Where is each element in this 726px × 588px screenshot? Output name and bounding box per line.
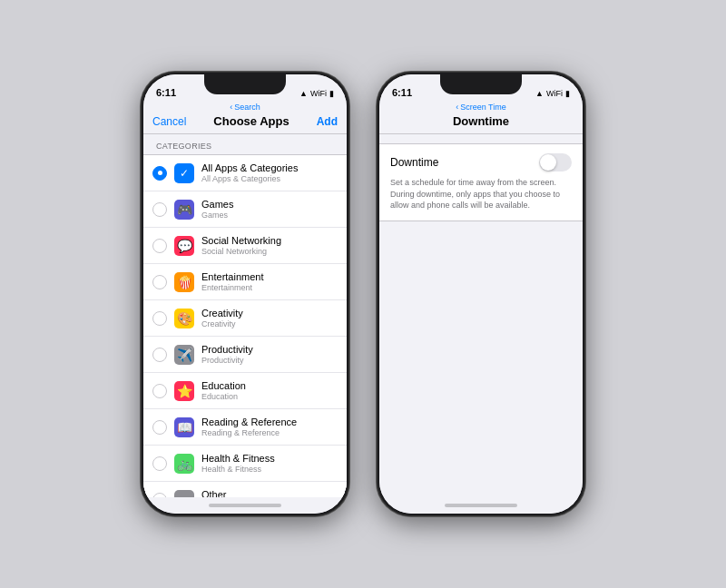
- list-item[interactable]: ✈️ Productivity Productivity: [143, 337, 347, 373]
- signal-icon: ▲: [299, 89, 308, 98]
- reading-name: Reading & Reference: [201, 416, 338, 428]
- categories-list: ✓ All Apps & Categories All Apps & Categ…: [143, 154, 347, 497]
- creativity-text: Creativity Creativity: [201, 307, 338, 329]
- entertainment-text: Entertainment Entertainment: [201, 270, 338, 293]
- productivity-text: Productivity Productivity: [201, 343, 338, 366]
- phone-left: 6:11 ▲ WiFi ▮ ‹ Search Cancel Choose App…: [141, 72, 349, 516]
- list-item[interactable]: 📖 Reading & Reference Reading & Referenc…: [143, 409, 347, 446]
- toggle-knob: [540, 154, 556, 171]
- games-text: Games Games: [201, 198, 338, 220]
- radio-health[interactable]: [152, 456, 167, 471]
- all-apps-name: All Apps & Categories: [201, 162, 338, 174]
- wifi-icon: WiFi: [310, 89, 327, 98]
- nav-bar-right: ‹ Screen Time Downtime: [379, 102, 583, 134]
- productivity-name: Productivity: [201, 343, 338, 356]
- all-apps-text: All Apps & Categories All Apps & Categor…: [201, 162, 338, 184]
- radio-reading[interactable]: [152, 420, 167, 435]
- nav-bar-left: ‹ Search Cancel Choose Apps Add: [143, 102, 347, 134]
- add-button[interactable]: Add: [317, 115, 338, 128]
- nav-search-back[interactable]: ‹ Search: [143, 102, 347, 114]
- radio-education[interactable]: [152, 384, 167, 398]
- section-header: CATEGORIES: [143, 134, 347, 154]
- back-chevron-icon: ‹: [230, 103, 232, 112]
- creativity-name: Creativity: [201, 307, 338, 319]
- cancel-button[interactable]: Cancel: [152, 115, 186, 128]
- status-icons-left: ▲ WiFi ▮: [299, 89, 334, 98]
- nav-main-row: Cancel Choose Apps Add: [143, 114, 347, 133]
- health-name: Health & Fitness: [201, 452, 338, 465]
- downtime-description: Set a schedule for time away from the sc…: [390, 177, 572, 211]
- home-indicator-left: [143, 497, 347, 514]
- home-indicator-right: [379, 497, 583, 514]
- nav-back-screen-time[interactable]: ‹ Screen Time: [379, 102, 583, 114]
- list-item[interactable]: 🎨 Creativity Creativity: [143, 300, 347, 337]
- status-time-right: 6:11: [392, 87, 412, 98]
- social-icon: 💬: [174, 236, 194, 256]
- radio-social[interactable]: [152, 239, 167, 253]
- creativity-sub: Creativity: [201, 319, 338, 329]
- radio-creativity[interactable]: [152, 311, 167, 326]
- health-sub: Health & Fitness: [201, 465, 338, 475]
- creativity-icon: 🎨: [174, 309, 194, 328]
- downtime-label: Downtime: [390, 156, 438, 169]
- list-item[interactable]: 🍿 Entertainment Entertainment: [143, 264, 347, 300]
- list-item[interactable]: ✓ All Apps & Categories All Apps & Categ…: [143, 155, 347, 191]
- battery-icon-right: ▮: [565, 89, 570, 98]
- downtime-toggle-row: Downtime: [390, 153, 572, 172]
- status-time-left: 6:11: [156, 87, 176, 98]
- nav-main-row-right: Downtime: [379, 114, 583, 133]
- list-item[interactable]: ⭐ Education Education: [143, 373, 347, 409]
- social-text: Social Networking Social Networking: [201, 234, 338, 257]
- notch-right: [440, 74, 522, 94]
- reading-text: Reading & Reference Reading & Reference: [201, 416, 338, 438]
- other-name: Other: [201, 488, 338, 497]
- radio-productivity[interactable]: [152, 348, 167, 362]
- productivity-sub: Productivity: [201, 356, 338, 366]
- status-icons-right: ▲ WiFi ▮: [535, 89, 570, 98]
- list-item[interactable]: ••• Other Other: [143, 482, 347, 497]
- education-sub: Education: [201, 392, 338, 402]
- notch-left: [204, 74, 286, 94]
- phone-right: 6:11 ▲ WiFi ▮ ‹ Screen Time Downtime: [377, 72, 585, 516]
- games-icon: 🎮: [174, 200, 194, 220]
- entertainment-icon: 🍿: [174, 272, 194, 292]
- social-name: Social Networking: [201, 234, 338, 247]
- back-chevron-icon-right: ‹: [456, 103, 458, 112]
- nav-title: Choose Apps: [213, 114, 289, 128]
- downtime-toggle[interactable]: [539, 153, 572, 172]
- other-text: Other Other: [201, 488, 338, 497]
- list-item[interactable]: 🎮 Games Games: [143, 191, 347, 228]
- entertainment-name: Entertainment: [201, 270, 338, 283]
- back-label-right: Screen Time: [460, 103, 506, 112]
- list-item[interactable]: 💬 Social Networking Social Networking: [143, 228, 347, 264]
- health-text: Health & Fitness Health & Fitness: [201, 452, 338, 475]
- games-name: Games: [201, 198, 338, 211]
- signal-icon-right: ▲: [535, 89, 544, 98]
- wifi-icon-right: WiFi: [546, 89, 563, 98]
- all-apps-icon: ✓: [174, 163, 194, 183]
- social-sub: Social Networking: [201, 247, 338, 257]
- downtime-card: Downtime Set a schedule for time away fr…: [379, 143, 583, 221]
- list-item[interactable]: 🚲 Health & Fitness Health & Fitness: [143, 446, 347, 482]
- back-label: Search: [234, 103, 260, 112]
- categories-content: CATEGORIES ✓ All Apps & Categories All A…: [143, 134, 347, 497]
- entertainment-sub: Entertainment: [201, 283, 338, 293]
- downtime-content: Downtime Set a schedule for time away fr…: [379, 134, 583, 497]
- radio-all[interactable]: [152, 166, 167, 181]
- other-icon: •••: [174, 490, 194, 497]
- health-icon: 🚲: [174, 454, 194, 474]
- nav-title-right: Downtime: [453, 114, 509, 128]
- radio-entertainment[interactable]: [152, 275, 167, 289]
- radio-games[interactable]: [152, 202, 167, 217]
- home-bar-left: [209, 504, 281, 507]
- education-text: Education Education: [201, 379, 338, 402]
- reading-sub: Reading & Reference: [201, 428, 338, 438]
- productivity-icon: ✈️: [174, 345, 194, 365]
- reading-icon: 📖: [174, 417, 194, 437]
- all-apps-sub: All Apps & Categories: [201, 174, 338, 184]
- home-bar-right: [445, 504, 517, 507]
- battery-icon: ▮: [329, 89, 334, 98]
- education-icon: ⭐: [174, 381, 194, 401]
- games-sub: Games: [201, 211, 338, 220]
- education-name: Education: [201, 379, 338, 392]
